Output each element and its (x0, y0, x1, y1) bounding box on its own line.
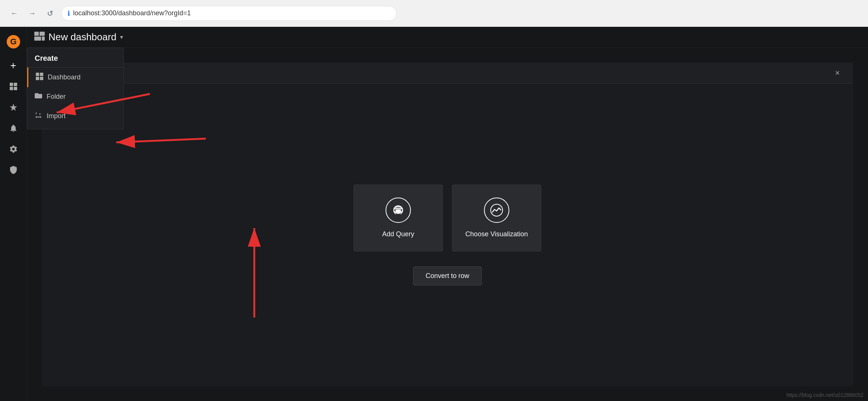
back-button[interactable]: ← (7, 7, 21, 20)
alerting-button[interactable] (4, 119, 22, 137)
app-container: G + (0, 27, 868, 401)
panel-close-button[interactable]: × (831, 66, 844, 80)
browser-chrome: ← → ↺ ℹ localhost:3000/dashboard/new?org… (0, 0, 868, 27)
dashboard-grid-icon (34, 32, 45, 43)
svg-rect-6 (34, 32, 39, 36)
grafana-logo: G (4, 33, 22, 51)
dashboard-icon (36, 73, 43, 82)
svg-rect-8 (34, 37, 41, 41)
watermark: https://blog.csdn.net/u012888052 (786, 392, 864, 398)
svg-rect-2 (10, 83, 13, 86)
dropdown-folder-label: Folder (47, 93, 66, 101)
dropdown-import-label: Import (47, 112, 66, 120)
panel-header: New Panel × (42, 63, 853, 83)
svg-rect-4 (10, 87, 13, 90)
shield-button[interactable] (4, 161, 22, 179)
dropdown-item-dashboard[interactable]: Dashboard (27, 67, 123, 87)
svg-rect-7 (40, 32, 45, 36)
choose-visualization-button[interactable]: Choose Visualization (452, 184, 541, 252)
choose-viz-icon (484, 198, 509, 223)
refresh-button[interactable]: ↺ (43, 7, 57, 20)
url-text: localhost:3000/dashboard/new?orgId=1 (73, 9, 191, 17)
dashboard-title: New dashboard ▾ (34, 31, 123, 43)
add-query-icon (386, 198, 411, 223)
dropdown-header: Create (27, 51, 123, 67)
svg-rect-9 (42, 37, 45, 41)
add-query-button[interactable]: Add Query (353, 184, 443, 252)
dropdown-dashboard-label: Dashboard (48, 73, 81, 81)
panel-content: Add Query Choose Visualization (42, 83, 853, 386)
configuration-button[interactable] (4, 140, 22, 158)
top-bar: New dashboard ▾ (27, 27, 868, 48)
add-query-label: Add Query (382, 230, 414, 238)
panel-buttons-row: Add Query Choose Visualization (353, 184, 541, 252)
address-bar[interactable]: ℹ localhost:3000/dashboard/new?orgId=1 (61, 6, 397, 21)
dropdown-arrow[interactable]: ▾ (120, 34, 123, 41)
svg-rect-12 (36, 77, 39, 80)
forward-button[interactable]: → (25, 7, 39, 20)
add-button[interactable]: + (4, 57, 22, 75)
dropdown-item-folder[interactable]: Folder (27, 87, 123, 106)
svg-rect-10 (36, 73, 39, 76)
info-icon: ℹ (67, 9, 70, 18)
svg-rect-5 (14, 87, 17, 90)
dashboards-button[interactable] (4, 78, 22, 95)
main-area: New dashboard ▾ Create Dashboard (27, 27, 868, 401)
svg-text:G: G (10, 37, 16, 46)
choose-viz-label: Choose Visualization (465, 230, 528, 238)
create-dropdown: Create Dashboard F (27, 48, 124, 129)
svg-rect-13 (40, 77, 43, 80)
folder-icon (35, 92, 42, 101)
explore-button[interactable] (4, 98, 22, 116)
new-panel: New Panel × (42, 63, 853, 386)
dropdown-item-import[interactable]: Import (27, 106, 123, 126)
svg-rect-11 (40, 73, 43, 76)
dashboard-name: New dashboard (48, 31, 116, 43)
panel-wrapper: New Panel × (27, 48, 868, 401)
import-icon (35, 111, 42, 121)
svg-point-24 (395, 208, 401, 211)
convert-to-row-button[interactable]: Convert to row (413, 266, 481, 285)
svg-rect-3 (14, 83, 17, 86)
sidebar: G + (0, 27, 27, 401)
